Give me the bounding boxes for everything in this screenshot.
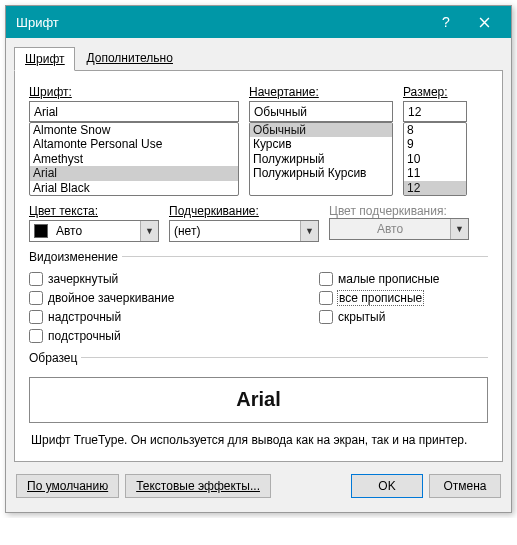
list-item[interactable]: Полужирный xyxy=(250,152,392,166)
preview-box: Arial xyxy=(29,377,488,423)
font-label: Шрифт: xyxy=(29,85,239,99)
cb-strike[interactable]: зачеркнутый xyxy=(29,272,279,286)
close-button[interactable] xyxy=(465,6,503,38)
list-item[interactable]: Arial Black xyxy=(30,181,238,195)
preview-legend: Образец xyxy=(29,351,81,365)
size-label: Размер: xyxy=(403,85,467,99)
list-item[interactable]: Amethyst xyxy=(30,152,238,166)
list-item[interactable]: 10 xyxy=(404,152,466,166)
cancel-button[interactable]: Отмена xyxy=(429,474,501,498)
cb-smallcaps[interactable]: малые прописные xyxy=(319,272,440,286)
default-button[interactable]: По умолчанию xyxy=(16,474,119,498)
text-effects-button[interactable]: Текстовые эффекты... xyxy=(125,474,271,498)
style-input[interactable] xyxy=(249,101,393,122)
list-item[interactable]: 12 xyxy=(404,181,466,195)
chevron-down-icon: ▼ xyxy=(140,221,158,241)
list-item[interactable]: 9 xyxy=(404,137,466,151)
ulcolor-combo: Авто ▼ xyxy=(329,218,469,240)
color-label: Цвет текста: xyxy=(29,204,159,218)
cb-hidden[interactable]: скрытый xyxy=(319,310,440,324)
color-combo[interactable]: Авто ▼ xyxy=(29,220,159,242)
list-item[interactable]: 8 xyxy=(404,123,466,137)
underline-combo[interactable]: (нет) ▼ xyxy=(169,220,319,242)
cb-subscript[interactable]: подстрочный xyxy=(29,329,279,343)
underline-label: Подчеркивание: xyxy=(169,204,319,218)
tab-font[interactable]: Шрифт xyxy=(14,47,75,71)
close-icon xyxy=(479,17,490,28)
font-list[interactable]: Almonte Snow Altamonte Personal Use Amet… xyxy=(29,122,239,196)
chevron-down-icon: ▼ xyxy=(300,221,318,241)
ok-button[interactable]: OK xyxy=(351,474,423,498)
style-label: Начертание: xyxy=(249,85,393,99)
list-item[interactable]: Altamonte Personal Use xyxy=(30,137,238,151)
ulcolor-label: Цвет подчеркивания: xyxy=(329,204,469,218)
size-input[interactable] xyxy=(403,101,467,122)
effects-legend: Видоизменение xyxy=(29,250,122,264)
window-title: Шрифт xyxy=(16,15,427,30)
cb-allcaps[interactable]: все прописные xyxy=(319,291,440,305)
truetype-note: Шрифт TrueType. Он используется для выво… xyxy=(29,427,488,451)
style-list[interactable]: Обычный Курсив Полужирный Полужирный Кур… xyxy=(249,122,393,196)
list-item[interactable]: Полужирный Курсив xyxy=(250,166,392,180)
titlebar: Шрифт ? xyxy=(6,6,511,38)
button-bar: По умолчанию Текстовые эффекты... OK Отм… xyxy=(6,462,511,512)
tab-content: Шрифт: Almonte Snow Altamonte Personal U… xyxy=(14,70,503,462)
tabs: Шрифт Дополнительно xyxy=(6,38,511,70)
list-item[interactable]: Обычный xyxy=(250,123,392,137)
preview-group: Образец Arial Шрифт TrueType. Он использ… xyxy=(29,351,488,453)
cb-dstrike[interactable]: двойное зачеркивание xyxy=(29,291,279,305)
list-item[interactable]: 11 xyxy=(404,166,466,180)
list-item[interactable]: Almonte Snow xyxy=(30,123,238,137)
cb-superscript[interactable]: надстрочный xyxy=(29,310,279,324)
preview-text: Arial xyxy=(236,388,280,411)
help-button[interactable]: ? xyxy=(427,6,465,38)
effects-group: Видоизменение зачеркнутый двойное зачерк… xyxy=(29,250,488,345)
tab-advanced[interactable]: Дополнительно xyxy=(75,46,183,70)
size-list[interactable]: 8 9 10 11 12 xyxy=(403,122,467,196)
list-item[interactable]: Arial xyxy=(30,166,238,180)
font-input[interactable] xyxy=(29,101,239,122)
chevron-down-icon: ▼ xyxy=(450,219,468,239)
font-dialog: Шрифт ? Шрифт Дополнительно Шрифт: Almon… xyxy=(5,5,512,513)
list-item[interactable]: Курсив xyxy=(250,137,392,151)
color-swatch xyxy=(34,224,48,238)
